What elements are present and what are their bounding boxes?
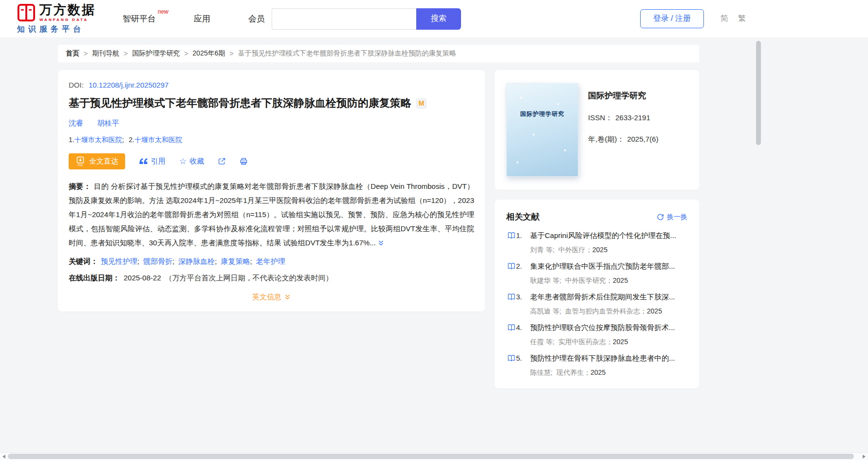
favorite-button[interactable]: ☆ 收藏 [179, 156, 204, 166]
keyword-link[interactable]: 深静脉血栓 [178, 257, 215, 265]
journal-issn-row: ISSN：2633-2191 [588, 113, 658, 123]
expand-abstract-icon[interactable] [378, 240, 384, 246]
nav-item-apps[interactable]: 应用 [194, 13, 210, 24]
lang-traditional-toggle[interactable]: 繁 [738, 14, 746, 24]
breadcrumb-issue[interactable]: 2025年6期 [193, 49, 225, 58]
book-icon [506, 293, 516, 301]
article-actions: free 全文直达 引用 ☆ 收藏 [69, 153, 474, 169]
pubdate-value: 2025-08-22 [124, 274, 161, 282]
list-item: 4. 预防性护理联合穴位按摩预防股骨颈骨折术... 任霞 等;实用中医药杂志；2… [506, 323, 687, 347]
abstract-label: 摘要： [69, 182, 91, 190]
header-right: 登录 / 注册 简 繁 [640, 9, 746, 28]
brand-tagline: 知识服务平台 [17, 24, 96, 35]
doi-label: DOI: [69, 81, 84, 89]
nav-item-zhiyan[interactable]: 智研平台 new [123, 13, 156, 24]
keyword-link[interactable]: 康复策略 [221, 257, 250, 265]
volume-label: 年,卷(期)： [588, 135, 624, 143]
book-icon [506, 262, 516, 270]
printer-icon [240, 157, 248, 166]
breadcrumb-current: 基于预见性护理模式下老年髋部骨折患者下肢深静脉血栓预防的康复策略 [238, 49, 456, 58]
pubdate-note: （万方平台首次上网日期，不代表论文的发表时间） [165, 274, 333, 282]
share-icon [218, 157, 226, 166]
abstract-block: 摘要：目的 分析探讨基于预见性护理模式的康复策略对老年髋部骨折患者下肢深静脉血栓… [69, 179, 474, 250]
star-icon: ☆ [179, 156, 186, 166]
issn-label: ISSN： [588, 113, 612, 122]
breadcrumb: 首页 > 期刊导航 > 国际护理学研究 > 2025年6期 > 基于预见性护理模… [58, 45, 699, 62]
scroll-left-arrow-icon[interactable] [2, 455, 5, 459]
related-article-meta: 陈佳慧;现代养生；2025 [530, 368, 687, 377]
related-article-meta: 任霞 等;实用中医药杂志；2025 [530, 337, 687, 347]
vertical-scrollbar-thumb[interactable] [756, 41, 761, 145]
list-item: 1. 基于Caprini风险评估模型的个性化护理在预... 刘青 等;中外医疗；… [506, 231, 687, 255]
keywords-label: 关键词： [69, 257, 98, 265]
list-item: 5. 预防性护理在骨科下肢深静脉血栓患者中的... 陈佳慧;现代养生；2025 [506, 354, 687, 377]
article-title-row: 基于预见性护理模式下老年髋部骨折患者下肢深静脉血栓预防的康复策略 M [69, 96, 474, 110]
related-article-link[interactable]: 预防性护理在骨科下肢深静脉血栓患者中的... [530, 354, 687, 363]
issn-value: 2633-2191 [615, 113, 650, 122]
doi-row: DOI: 10.12208/j.ijnr.20250297 [69, 81, 474, 89]
brand-name: 万方数据 [39, 3, 96, 16]
related-article-link[interactable]: 基于Caprini风险评估模型的个性化护理在预... [530, 231, 687, 240]
lang-simplified-toggle[interactable]: 简 [720, 14, 728, 24]
affiliation-link[interactable]: 十堰市太和医院 [74, 136, 122, 144]
pubdate-label: 在线出版日期： [69, 274, 120, 282]
author-link[interactable]: 沈睿 [69, 119, 83, 127]
scroll-right-arrow-icon[interactable] [863, 455, 866, 459]
main-nav: 智研平台 new 应用 会员 [123, 13, 265, 24]
volume-value: 2025,7(6) [627, 135, 658, 143]
breadcrumb-journal-nav[interactable]: 期刊导航 [92, 49, 119, 58]
journal-cover-title: 国际护理学研究 [507, 84, 578, 118]
affiliation-prefix: 1. [69, 136, 74, 144]
book-icon [506, 324, 516, 331]
svg-text:free: free [78, 164, 83, 166]
wanfang-logo-icon [17, 3, 36, 22]
print-button[interactable] [240, 157, 248, 166]
affiliations-row: 1.十堰市太和医院; 2.十堰市太和医院 [69, 136, 474, 145]
share-button[interactable] [218, 157, 226, 166]
related-article-meta: 高凯迪 等;血管与腔内血管外科杂志；2025 [530, 306, 687, 316]
journal-cover[interactable]: 国际护理学研究 [506, 83, 578, 177]
chevron-double-down-icon [284, 294, 291, 300]
login-register-button[interactable]: 登录 / 注册 [640, 9, 704, 28]
quote-icon [139, 158, 148, 165]
article-detail-card: DOI: 10.12208/j.ijnr.20250297 基于预见性护理模式下… [58, 70, 485, 312]
doi-link[interactable]: 10.12208/j.ijnr.20250297 [89, 81, 168, 89]
related-article-link[interactable]: 集束化护理联合中医手指点穴预防老年髋部... [530, 262, 687, 271]
top-header: 万方数据 WANFANG DATA 知识服务平台 智研平台 new 应用 会员 … [0, 0, 868, 38]
nav-item-member[interactable]: 会员 [248, 13, 265, 24]
horizontal-scrollbar[interactable] [0, 452, 868, 460]
refresh-related-button[interactable]: 换一换 [657, 213, 687, 221]
list-item: 3. 老年患者髋部骨折术后住院期间发生下肢深... 高凯迪 等;血管与腔内血管外… [506, 293, 687, 316]
search-button[interactable]: 搜索 [416, 8, 461, 30]
search-input[interactable] [272, 8, 416, 30]
abstract-text: 目的 分析探讨基于预见性护理模式的康复策略对老年髋部骨折患者下肢深静脉血栓（De… [69, 182, 474, 247]
cite-button[interactable]: 引用 [139, 157, 166, 166]
brand-name-en: WANFANG DATA [39, 18, 96, 22]
breadcrumb-journal[interactable]: 国际护理学研究 [132, 49, 180, 58]
author-link[interactable]: 胡桂平 [97, 119, 119, 127]
fulltext-button[interactable]: free 全文直达 [69, 153, 125, 169]
related-article-link[interactable]: 预防性护理联合穴位按摩预防股骨颈骨折术... [530, 323, 687, 332]
page-title: 基于预见性护理模式下老年髋部骨折患者下肢深静脉血栓预防的康复策略 [69, 96, 411, 110]
keywords-row: 关键词：预见性护理;髋部骨折;深静脉血栓;康复策略;老年护理 [69, 257, 474, 266]
related-article-meta: 耿建华 等;中外医学研究；2025 [530, 276, 687, 285]
refresh-icon [657, 213, 664, 221]
keyword-link[interactable]: 预见性护理 [101, 257, 137, 265]
metrics-badge[interactable]: M [416, 98, 426, 109]
affiliation-prefix: 2. [129, 136, 134, 144]
keyword-link[interactable]: 髋部骨折 [143, 257, 172, 265]
search-bar: 搜索 [272, 8, 461, 30]
breadcrumb-home[interactable]: 首页 [66, 49, 79, 58]
related-article-meta: 刘青 等;中外医疗；2025 [530, 245, 687, 255]
list-item: 2. 集束化护理联合中医手指点穴预防老年髋部... 耿建华 等;中外医学研究；2… [506, 262, 687, 285]
related-article-link[interactable]: 老年患者髋部骨折术后住院期间发生下肢深... [530, 293, 687, 302]
book-icon [506, 354, 516, 362]
related-articles-card: 相关文献 换一换 [495, 200, 699, 388]
horizontal-scrollbar-thumb[interactable] [8, 454, 854, 459]
related-title: 相关文献 [506, 211, 539, 222]
affiliation-link[interactable]: 十堰市太和医院 [134, 136, 182, 144]
keyword-link[interactable]: 老年护理 [256, 257, 285, 265]
wanfang-logo[interactable]: 万方数据 WANFANG DATA 知识服务平台 [17, 3, 96, 35]
english-info-toggle[interactable]: 英文信息 [252, 293, 291, 302]
download-document-icon: free [75, 156, 85, 166]
